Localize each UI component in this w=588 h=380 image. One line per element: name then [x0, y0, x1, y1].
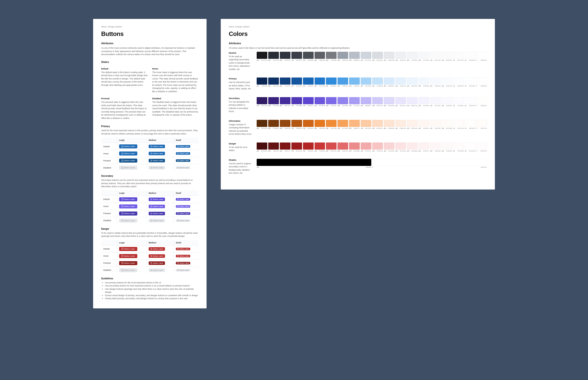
primary-button-large-hover[interactable]: Button Label [119, 152, 137, 155]
button-label: Button Label [124, 269, 135, 271]
danger-button-small-pressed[interactable]: Button Label [176, 262, 190, 265]
color-swatch: 300#EEF0F3 [395, 52, 406, 73]
swatch-box [349, 143, 360, 150]
color-swatch: 650#5E6168 [315, 52, 325, 73]
secondary-button-large-default[interactable]: Button Label [119, 197, 137, 201]
primary-button-medium-default[interactable]: Button Label [149, 145, 165, 148]
color-swatch: 25#FFFEFC [465, 120, 475, 138]
table-row: Disabled Button Label Button Label Butto… [101, 217, 199, 224]
danger-button-medium-default[interactable]: Button Label [149, 247, 165, 251]
svg-rect-11 [177, 167, 178, 168]
danger-button-large-default[interactable]: Button Label [119, 247, 137, 251]
secondary-button-medium-default[interactable]: Button Label [149, 198, 165, 201]
swatch-step: 800 [280, 128, 282, 129]
swatch-hex: #E7E4FC [400, 105, 406, 106]
secondary-button-medium-hover[interactable]: Button Label [149, 205, 165, 208]
color-swatch: 700#5D45D1 [303, 97, 314, 115]
danger-button-small-default[interactable]: Button Label [176, 248, 190, 250]
placeholder-icon [151, 213, 152, 214]
swatch-box [407, 120, 417, 127]
danger-button-large-pressed[interactable]: Button Label [119, 261, 137, 265]
attributes-paragraph: As one of the most common elements used … [101, 47, 199, 56]
svg-rect-28 [151, 255, 152, 257]
swatch-hex: #F7F8FA [423, 59, 429, 61]
secondary-button-small-hover[interactable]: Button Label [176, 205, 190, 208]
swatch-step: 700 [303, 150, 305, 152]
swatch-hex: #2F343F [285, 59, 290, 61]
swatch-box [407, 77, 417, 85]
swatch-box [442, 97, 452, 104]
button-label: Button Label [180, 206, 189, 207]
color-swatch: 500#EC8B8B [349, 143, 360, 154]
placeholder-icon [151, 198, 152, 200]
primary-button-large-pressed[interactable]: Button Label [119, 159, 137, 163]
color-swatch: 0#FFFCFA [476, 120, 487, 138]
primary-button-small-pressed[interactable]: Button Label [176, 159, 190, 162]
svg-rect-1 [151, 146, 152, 147]
swatch-step: 700 [303, 85, 305, 87]
swatch-hex: #EEECFD [411, 105, 417, 106]
swatch-step: 700 [303, 128, 305, 129]
row-label-disabled: Disabled [101, 164, 117, 171]
primary-button-small-hover[interactable]: Button Label [176, 152, 190, 155]
color-swatch: 900#1A1A1C [257, 52, 267, 73]
col-medium: Medium [147, 240, 174, 245]
secondary-button-large-pressed[interactable]: Button Label [119, 211, 137, 215]
color-swatch: 250#FDEBEB [407, 143, 417, 154]
color-swatch: 25#FDFDFE [465, 52, 475, 73]
color-swatch: 800#801717 [280, 143, 290, 154]
primary-button-medium-hover[interactable]: Button Label [149, 152, 165, 155]
placeholder-icon [121, 153, 123, 154]
color-swatch: 750#1556A0 [291, 77, 302, 92]
color-swatch: 25#FDFDFF [465, 97, 475, 115]
table-row: Hover Button Label Button Label Button L… [101, 252, 199, 260]
swatch-step: 900 [257, 150, 259, 152]
danger-button-medium-pressed[interactable]: Button Label [149, 261, 165, 265]
secondary-button-medium-disabled: Button Label [149, 219, 165, 222]
swatch-hex: #1F78CB [319, 85, 325, 87]
secondary-button-large-hover[interactable]: Button Label [119, 204, 137, 209]
row-label-default: Default [101, 196, 117, 203]
primary-button-small-default[interactable]: Button Label [176, 145, 190, 148]
swatch-step: 550 [338, 105, 340, 106]
table-row: Hover Button Label Button Label Button L… [101, 203, 199, 210]
color-swatch: 250#ECF5FE [407, 77, 417, 92]
swatch-box [280, 77, 290, 85]
swatch-step: 300 [395, 59, 398, 61]
attributes-heading: Attributes [229, 42, 487, 45]
swatch-box [465, 97, 475, 104]
guidelines-list: Use primary buttons for the most importa… [101, 281, 199, 300]
danger-paragraph: To be used to initiate actions that are … [101, 232, 199, 238]
button-label: Button Label [124, 145, 135, 148]
danger-button-large-hover[interactable]: Button Label [119, 254, 137, 258]
color-swatch: 450#F3AAAA [361, 143, 371, 154]
primary-button-table: Large Medium Small Default Button Label … [101, 137, 199, 171]
swatch-hex: #11417F [285, 85, 290, 87]
color-swatch: 850#3A2380 [268, 97, 279, 115]
secondary-button-medium-pressed[interactable]: Button Label [149, 212, 165, 215]
color-swatch: 400#D0CAFA [372, 97, 383, 115]
state-hover-paragraph: The hover state is triggered when the us… [152, 71, 199, 93]
color-group-description: Can be used to support secondary colors … [229, 162, 252, 175]
secondary-button-small-default[interactable]: Button Label [176, 198, 190, 201]
swatch-hex: #FFFDFD [469, 150, 475, 152]
swatch-step: 400 [372, 59, 375, 61]
row-label-disabled: Disabled [101, 217, 117, 224]
swatch-step: 550 [338, 59, 340, 61]
danger-button-small-hover[interactable]: Button Label [176, 255, 190, 257]
color-swatch: 25#FFFDFD [465, 143, 475, 154]
placeholder-icon [177, 160, 179, 161]
table-row: Disabled Button Label Button Label Butto… [101, 266, 199, 274]
swatch-step: 850 [268, 150, 271, 152]
swatch-box [418, 97, 429, 104]
primary-button-large-default[interactable]: Button Label [119, 144, 137, 148]
swatch-step: 350 [384, 85, 386, 87]
swatch-hex: #FEFEFF [481, 85, 487, 87]
button-label: Button Label [153, 220, 163, 222]
placeholder-icon [151, 262, 152, 264]
secondary-button-small-pressed[interactable]: Button Label [176, 212, 190, 215]
danger-button-medium-hover[interactable]: Button Label [149, 254, 165, 258]
swatch-box [465, 143, 475, 150]
swatch-box [453, 52, 464, 59]
primary-button-medium-pressed[interactable]: Button Label [149, 159, 165, 162]
